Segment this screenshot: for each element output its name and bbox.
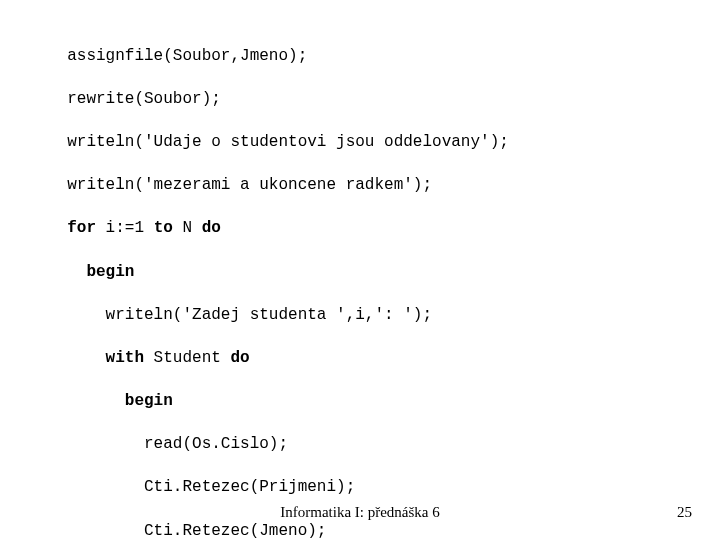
code-line: for i:=1 to N do [48, 218, 720, 240]
code-line: assignfile(Soubor,Jmeno); [48, 46, 720, 68]
code-line: begin [48, 262, 720, 284]
code-line: writeln('Udaje o studentovi jsou oddelov… [48, 132, 720, 154]
slide-footer: Informatika I: přednáška 6 25 [0, 502, 720, 522]
code-line: writeln('Zadej studenta ',i,': '); [48, 305, 720, 327]
code-line: read(Os.Cislo); [48, 434, 720, 456]
footer-page-number: 25 [677, 502, 692, 522]
code-line: begin [48, 391, 720, 413]
code-block: assignfile(Soubor,Jmeno); rewrite(Soubor… [0, 0, 720, 540]
code-line: with Student do [48, 348, 720, 370]
code-line: Cti.Retezec(Jmeno); [48, 521, 720, 540]
code-line: rewrite(Soubor); [48, 89, 720, 111]
code-line: writeln('mezerami a ukoncene radkem'); [48, 175, 720, 197]
footer-title: Informatika I: přednáška 6 [0, 502, 720, 522]
code-line: Cti.Retezec(Prijmeni); [48, 477, 720, 499]
